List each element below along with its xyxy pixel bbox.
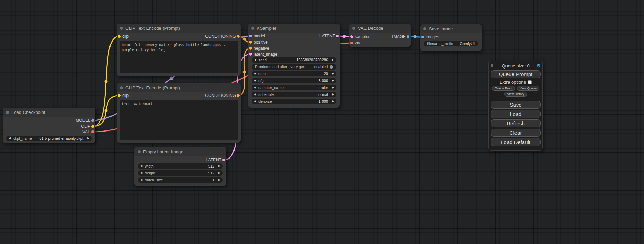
collapse-dot-icon[interactable] — [251, 27, 254, 30]
output-port-latent[interactable] — [222, 158, 226, 162]
collapse-dot-icon[interactable] — [6, 111, 9, 114]
toggle-dot-icon[interactable] — [330, 65, 333, 69]
view-queue-button[interactable]: View Queue — [517, 86, 539, 91]
output-port-model[interactable] — [91, 119, 95, 122]
arrow-left-icon[interactable]: ◀ — [252, 85, 258, 90]
node-vae-decode[interactable]: VAE Decode samples vae IMAGE — [349, 24, 411, 47]
input-port-samples[interactable] — [350, 35, 353, 38]
widget-scheduler[interactable]: ◀ scheduler normal ▶ — [252, 92, 336, 97]
wire-midpoint-dot — [343, 35, 346, 38]
node-titlebar[interactable]: Empty Latent Image — [134, 147, 226, 156]
node-titlebar[interactable]: Load Checkpoint — [3, 108, 95, 117]
arrow-right-icon[interactable]: ▶ — [329, 85, 336, 90]
input-port-vae[interactable] — [350, 41, 353, 45]
arrow-left-icon[interactable]: ◀ — [252, 78, 258, 83]
node-titlebar[interactable]: Save Image — [420, 24, 482, 33]
input-port-negative[interactable] — [249, 47, 252, 50]
arrow-left-icon[interactable]: ◀ — [138, 170, 145, 176]
queue-buttons-row: Queue Front View Queue — [491, 86, 541, 91]
node-titlebar[interactable]: VAE Decode — [349, 24, 411, 33]
node-load-checkpoint[interactable]: Load Checkpoint MODEL CLIP VAE ◀ ckpt_na… — [3, 108, 95, 143]
collapse-dot-icon[interactable] — [138, 150, 141, 153]
widget-batch-size[interactable]: ◀ batch_size 1 ▶ — [138, 177, 223, 183]
output-port-vae[interactable] — [91, 130, 95, 134]
arrow-right-icon[interactable]: ▶ — [329, 92, 336, 97]
widget-height[interactable]: ◀ height 512 ▶ — [138, 170, 223, 176]
save-button[interactable]: Save — [491, 101, 541, 109]
queue-front-button[interactable]: Queue Front — [492, 86, 515, 91]
widget-filename-prefix[interactable]: filename_prefix ComfyUI — [424, 41, 478, 46]
refresh-button[interactable]: Refresh — [491, 119, 541, 127]
node-titlebar[interactable]: CLIP Text Encode (Prompt) — [117, 83, 241, 92]
arrow-left-icon[interactable]: ◀ — [138, 177, 145, 183]
collapse-dot-icon[interactable] — [120, 27, 123, 30]
widget-label: cfg — [258, 79, 264, 83]
input-port-clip[interactable] — [117, 94, 121, 97]
extra-options-checkbox[interactable] — [528, 80, 532, 84]
output-port-image[interactable] — [406, 35, 410, 38]
arrow-right-icon[interactable]: ▶ — [85, 136, 92, 141]
comfyui-canvas[interactable]: Load Checkpoint MODEL CLIP VAE ◀ ckpt_na… — [0, 0, 644, 244]
input-port-positive[interactable] — [249, 40, 252, 44]
node-titlebar[interactable]: KSampler — [248, 24, 340, 33]
node-ksampler[interactable]: KSampler model positive negative latent_… — [248, 24, 340, 108]
widget-denoise[interactable]: ◀ denoise 1.000 ▶ — [252, 99, 336, 104]
collapse-dot-icon[interactable] — [423, 27, 426, 30]
prompt-textarea[interactable]: text, watermark — [120, 100, 238, 140]
widget-random-seed-toggle[interactable]: Random seed after every gen enabled — [252, 64, 336, 70]
load-button[interactable]: Load — [491, 110, 541, 118]
output-port-latent[interactable] — [336, 34, 339, 38]
widget-seed[interactable]: ◀ seed 156680208700286 ▶ — [252, 57, 336, 63]
arrow-right-icon[interactable]: ▶ — [329, 99, 336, 104]
output-port-clip[interactable] — [91, 125, 95, 128]
widget-label: filename_prefix — [427, 42, 453, 46]
node-titlebar[interactable]: CLIP Text Encode (Prompt) — [117, 24, 241, 33]
widget-steps[interactable]: ◀ steps 20 ▶ — [252, 71, 336, 76]
queue-prompt-button[interactable]: Queue Prompt — [491, 70, 541, 78]
widget-value: 156680208700286 — [267, 58, 329, 62]
arrow-right-icon[interactable]: ▶ — [329, 71, 336, 76]
node-empty-latent-image[interactable]: Empty Latent Image LATENT ◀ width 512 ▶ … — [134, 147, 226, 186]
arrow-left-icon[interactable]: ◀ — [138, 163, 145, 169]
arrow-right-icon[interactable]: ▶ — [216, 177, 223, 183]
arrow-left-icon[interactable]: ◀ — [252, 99, 258, 104]
node-clip-text-encode-negative[interactable]: CLIP Text Encode (Prompt) clip CONDITION… — [117, 83, 241, 143]
arrow-left-icon[interactable]: ◀ — [252, 57, 258, 63]
widget-ckpt-name[interactable]: ◀ ckpt_name v1-5-pruned-emaonly.ckpt ▶ — [6, 136, 92, 141]
arrow-right-icon[interactable]: ▶ — [329, 57, 336, 63]
widget-value: v1-5-pruned-emaonly.ckpt — [32, 136, 85, 141]
wire-midpoint-dot — [105, 80, 108, 83]
collapse-dot-icon[interactable] — [352, 27, 355, 30]
output-label-model: MODEL — [76, 118, 90, 123]
collapse-dot-icon[interactable] — [120, 86, 123, 89]
widget-label: scheduler — [258, 92, 275, 97]
input-port-clip[interactable] — [117, 35, 121, 38]
load-default-button[interactable]: Load Default — [491, 138, 541, 146]
clear-button[interactable]: Clear — [491, 129, 541, 137]
drag-handle-icon[interactable]: ⠿ — [491, 64, 496, 68]
input-port-latent-image[interactable] — [249, 53, 252, 56]
menu-header: ⠿ Queue size: 0 ⚙ — [491, 63, 541, 69]
view-history-button[interactable]: View History — [504, 92, 527, 97]
input-port-model[interactable] — [249, 34, 252, 38]
output-port-conditioning[interactable] — [237, 94, 240, 97]
wire-midpoint-dot — [243, 71, 246, 74]
output-port-conditioning[interactable] — [237, 35, 240, 38]
node-save-image[interactable]: Save Image images filename_prefix ComfyU… — [420, 24, 482, 51]
input-port-images[interactable] — [421, 35, 424, 39]
arrow-left-icon[interactable]: ◀ — [252, 71, 258, 76]
settings-gear-icon[interactable]: ⚙ — [535, 63, 541, 69]
widget-sampler-name[interactable]: ◀ sampler_name euler ▶ — [252, 85, 336, 90]
prompt-textarea[interactable]: beautiful scenery nature glass bottle la… — [120, 41, 238, 73]
node-clip-text-encode-positive[interactable]: CLIP Text Encode (Prompt) clip CONDITION… — [117, 24, 241, 76]
input-label-clip: clip — [122, 93, 129, 98]
arrow-right-icon[interactable]: ▶ — [216, 163, 223, 169]
arrow-left-icon[interactable]: ◀ — [252, 92, 258, 97]
widget-cfg[interactable]: ◀ cfg 8.000 ▶ — [252, 78, 336, 83]
arrow-right-icon[interactable]: ▶ — [329, 78, 336, 83]
arrow-right-icon[interactable]: ▶ — [216, 170, 223, 176]
widget-label: height — [145, 171, 155, 175]
widget-width[interactable]: ◀ width 512 ▶ — [138, 163, 223, 169]
arrow-left-icon[interactable]: ◀ — [6, 136, 13, 141]
output-label-conditioning: CONDITIONING — [205, 34, 236, 39]
